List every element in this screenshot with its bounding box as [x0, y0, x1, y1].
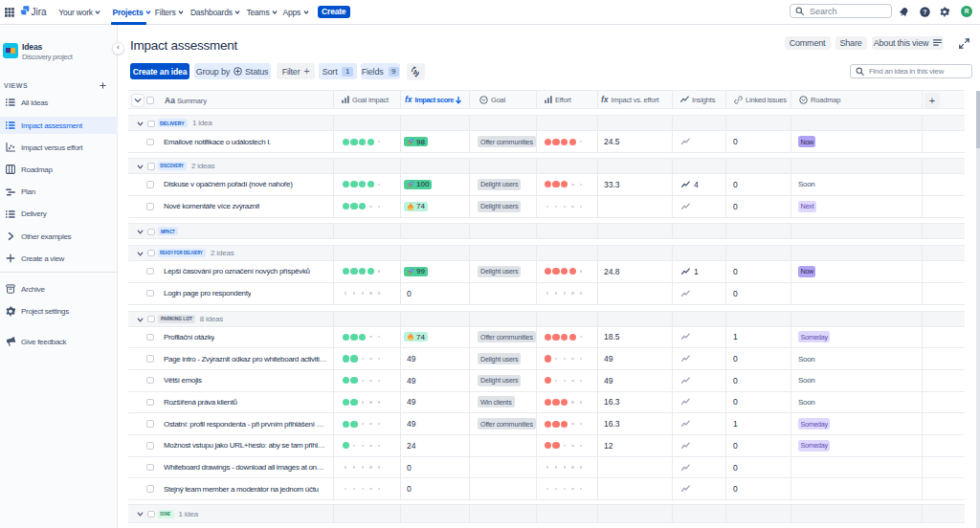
svg-text:?: ? — [923, 9, 926, 15]
